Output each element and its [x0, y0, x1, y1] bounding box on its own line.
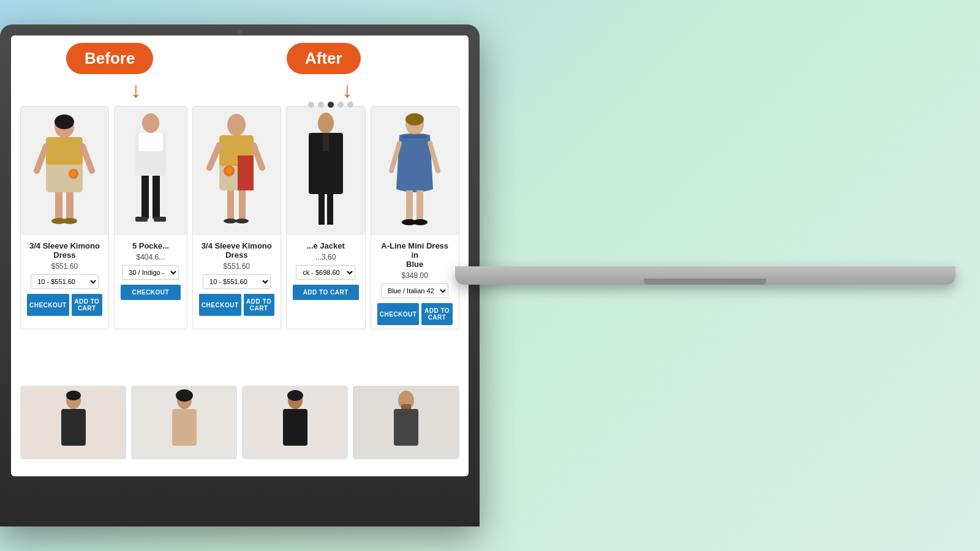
product-price-4: ...3.60 — [315, 253, 336, 261]
svg-rect-41 — [406, 190, 413, 221]
svg-rect-42 — [417, 190, 423, 221]
svg-line-5 — [83, 146, 92, 171]
svg-rect-35 — [327, 194, 333, 225]
svg-point-37 — [405, 113, 424, 126]
add-to-cart-button-4[interactable]: ADD TO CART — [293, 285, 359, 300]
svg-point-27 — [224, 219, 237, 223]
svg-point-28 — [235, 219, 249, 223]
product-select-2[interactable]: 30 / Indigo - $ — [122, 265, 179, 280]
product-image-2 — [115, 107, 187, 235]
product-buttons-3: CHECKOUT ADD TO CART — [199, 294, 274, 316]
bottom-figure-3 — [243, 386, 347, 459]
svg-rect-17 — [135, 217, 148, 222]
svg-point-9 — [62, 218, 77, 224]
svg-point-19 — [227, 114, 246, 136]
product-select-1[interactable]: 10 - $551.60 12 - $551.60 — [31, 274, 99, 289]
laptop-base — [455, 266, 956, 285]
svg-point-1 — [55, 114, 74, 129]
product-card-bottom-2 — [131, 386, 237, 459]
dot-1[interactable] — [308, 102, 314, 108]
product-card-bottom-3 — [242, 386, 348, 459]
svg-point-49 — [176, 389, 193, 402]
checkout-button-5[interactable]: CHECKOUT — [377, 303, 420, 325]
svg-line-24 — [254, 145, 262, 168]
carousel-dots — [308, 102, 353, 108]
products-bottom-row — [20, 386, 459, 459]
dot-5[interactable] — [347, 102, 353, 108]
svg-point-46 — [66, 391, 81, 400]
screen-content: Before After ↓ ↓ — [11, 36, 469, 476]
product-card-3: 3/4 Sleeve KimonoDress $551.60 10 - $551… — [192, 106, 281, 329]
product-image-3 — [193, 107, 281, 235]
bottom-figure-1 — [21, 386, 126, 459]
product-name-1: 3/4 Sleeve KimonoDress — [29, 241, 100, 260]
product-image-1 — [21, 107, 108, 235]
after-label: After — [287, 43, 361, 74]
product-name-4: ...e Jacket — [307, 241, 345, 250]
add-to-cart-button-5[interactable]: ADD TO CART — [421, 303, 452, 325]
product-name-3: 3/4 Sleeve KimonoDress — [202, 241, 272, 260]
product-card-bottom-4 — [353, 386, 459, 459]
dot-3[interactable] — [328, 102, 334, 108]
product-info-4: ...e Jacket ...3.60 ck - $698.60 ADD TO … — [287, 235, 365, 329]
laptop-screen: Before After ↓ ↓ — [11, 36, 469, 476]
svg-rect-18 — [154, 217, 166, 222]
dot-4[interactable] — [337, 102, 344, 108]
svg-rect-34 — [318, 194, 325, 225]
product-info-1: 3/4 Sleeve KimonoDress $551.60 10 - $551… — [21, 235, 108, 329]
product-info-3: 3/4 Sleeve KimonoDress $551.60 10 - $551… — [193, 235, 281, 329]
product-price-5: $348.00 — [401, 271, 428, 280]
product-card-1: 3/4 Sleeve KimonoDress $551.60 10 - $551… — [20, 106, 109, 329]
svg-rect-6 — [55, 192, 62, 220]
product-name-2: 5 Pocke... — [132, 241, 169, 250]
product-select-4[interactable]: ck - $698.60 — [296, 265, 355, 280]
product-card-5: A-Line Mini Dress inBlue $348.00 Blue / … — [371, 106, 459, 329]
checkout-button-3[interactable]: CHECKOUT — [199, 294, 241, 316]
bottom-figure-4 — [353, 386, 458, 459]
checkout-button-2[interactable]: CHECKOUT — [121, 285, 181, 300]
svg-line-23 — [209, 145, 219, 168]
svg-rect-26 — [239, 190, 246, 220]
svg-rect-15 — [141, 176, 149, 219]
laptop-camera — [237, 29, 242, 34]
product-image-5 — [371, 107, 459, 235]
svg-point-12 — [142, 113, 159, 133]
svg-point-11 — [70, 171, 77, 177]
product-name-5: A-Line Mini Dress inBlue — [377, 241, 453, 269]
add-to-cart-button-3[interactable]: ADD TO CART — [244, 294, 274, 316]
dot-2[interactable] — [318, 102, 324, 108]
product-price-2: $404.6... — [137, 253, 165, 261]
product-select-3[interactable]: 10 - $551.60 12 - $551.60 — [203, 274, 271, 289]
svg-point-31 — [318, 113, 334, 133]
add-to-cart-button-1[interactable]: ADD TO CART — [72, 294, 102, 316]
checkout-button-1[interactable]: CHECKOUT — [27, 294, 69, 316]
product-buttons-2: CHECKOUT — [121, 285, 181, 300]
svg-point-52 — [287, 390, 303, 401]
product-card-2: 5 Pocke... $404.6... 30 / Indigo - $ CHE… — [114, 106, 187, 329]
products-grid: 3/4 Sleeve KimonoDress $551.60 10 - $551… — [20, 106, 459, 329]
svg-rect-14 — [138, 133, 163, 151]
product-price-3: $551.60 — [224, 262, 250, 271]
product-card-4: ...e Jacket ...3.60 ck - $698.60 ADD TO … — [286, 106, 366, 329]
svg-point-30 — [226, 168, 232, 174]
svg-rect-53 — [283, 409, 307, 446]
svg-rect-3 — [46, 137, 83, 165]
svg-line-4 — [37, 146, 46, 171]
svg-rect-22 — [238, 156, 254, 190]
svg-rect-50 — [172, 409, 197, 446]
before-label: Before — [66, 43, 153, 74]
svg-rect-47 — [61, 409, 86, 446]
product-select-5[interactable]: Blue / Italian 42 - $348.00 Blue / Itali… — [381, 283, 449, 298]
product-image-4 — [287, 107, 365, 235]
svg-rect-33 — [323, 133, 329, 151]
svg-rect-38 — [402, 135, 427, 138]
svg-rect-7 — [66, 192, 74, 220]
product-card-bottom-1 — [20, 386, 126, 459]
after-arrow: ↓ — [342, 77, 353, 103]
product-buttons-1: CHECKOUT ADD TO CART — [27, 294, 102, 316]
svg-rect-56 — [394, 409, 418, 446]
product-buttons-4: ADD TO CART — [293, 285, 359, 300]
product-info-2: 5 Pocke... $404.6... 30 / Indigo - $ CHE… — [115, 235, 187, 329]
before-arrow: ↓ — [130, 77, 141, 103]
bottom-figure-2 — [132, 386, 236, 459]
